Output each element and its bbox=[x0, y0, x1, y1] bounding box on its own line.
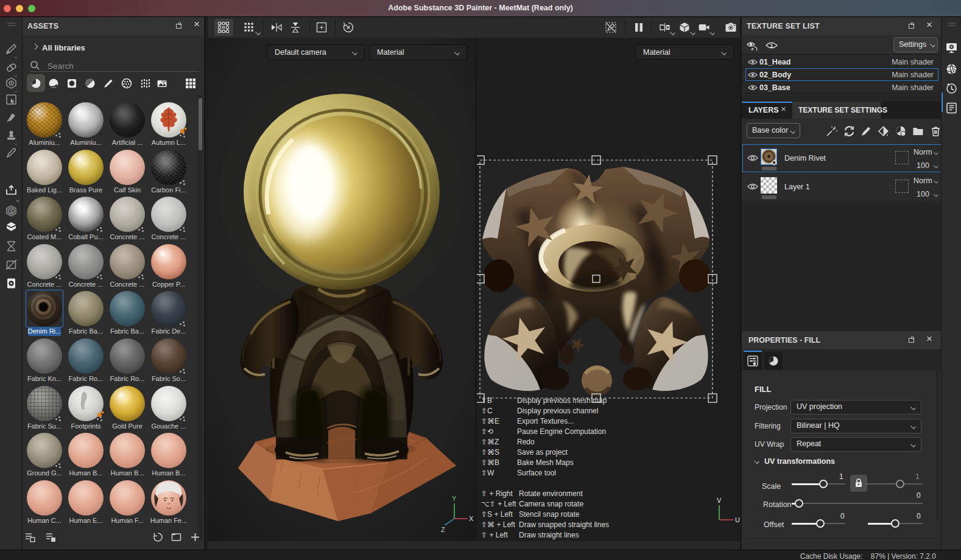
svg-text:1: 1 bbox=[770, 42, 773, 49]
svg-text:X: X bbox=[469, 515, 474, 522]
svg-text:S: S bbox=[9, 208, 13, 214]
svg-text:V: V bbox=[717, 497, 722, 504]
svg-text:Z: Z bbox=[441, 526, 445, 533]
svg-text:U: U bbox=[735, 516, 740, 523]
svg-text:Y: Y bbox=[452, 495, 457, 502]
